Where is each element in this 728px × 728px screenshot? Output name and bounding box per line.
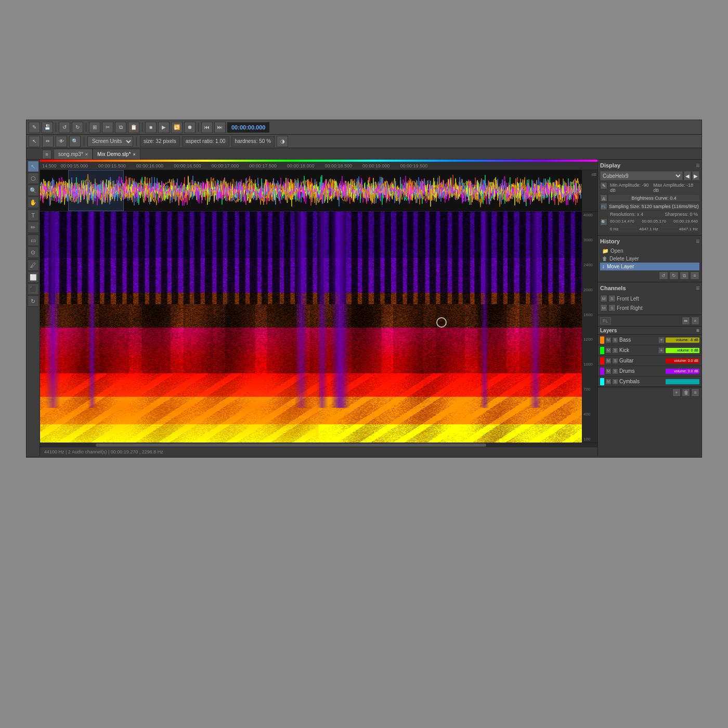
display-prev-btn[interactable]: ◀ — [684, 171, 691, 180]
paste-button[interactable]: 📋 — [128, 122, 139, 133]
layer-kick-add[interactable]: + — [658, 347, 665, 354]
display-menu-icon[interactable]: ≡ — [696, 162, 699, 169]
cut-button[interactable]: ✂ — [102, 122, 113, 133]
ch-left-s-btn[interactable]: S — [608, 295, 616, 302]
skip-end-button[interactable]: ⏭ — [214, 122, 226, 133]
freq-3000: 3000 — [583, 238, 596, 242]
layer-bass-add[interactable]: + — [658, 337, 665, 343]
layer-cymbals-s[interactable]: S — [612, 379, 618, 385]
tool-text[interactable]: T — [28, 210, 39, 221]
channels-section: Channels ≡ M S Front Left M S Front Righ… — [598, 282, 701, 315]
layer-kick[interactable]: M S Kick + volume: 0 dB — [598, 345, 701, 356]
layers-close-btn[interactable]: × — [691, 317, 699, 325]
layers-add-btn[interactable]: + — [672, 388, 681, 397]
tool-eraser[interactable]: ⬜ — [28, 271, 39, 283]
tool-pen[interactable]: 🖊 — [28, 259, 39, 271]
redo-button[interactable]: ↻ — [72, 122, 83, 133]
tool-lasso[interactable]: ⊙ — [28, 246, 39, 258]
tab-song-close[interactable]: × — [85, 152, 88, 157]
tool-draw[interactable]: ✏ — [42, 136, 54, 147]
layer-guitar[interactable]: M S Guitar volume: 0.0 dB — [598, 356, 701, 366]
channels-title: Channels — [600, 285, 626, 291]
units-select[interactable]: Screen Units — [87, 136, 133, 147]
tool1[interactable]: ⊞ — [89, 122, 100, 133]
play-button[interactable]: ▶ — [158, 122, 170, 133]
record-button[interactable]: ⏺ — [184, 122, 196, 133]
contrast-button[interactable]: ◑ — [277, 136, 288, 147]
display-icon2[interactable]: ◬ — [600, 194, 607, 202]
new-button[interactable]: ✎ — [29, 122, 40, 133]
layer-drums-ms: M S — [605, 368, 618, 374]
tool-draw2[interactable]: ✏ — [28, 222, 39, 233]
waveform-area[interactable]: dB — [40, 170, 597, 212]
layer-kick-s[interactable]: S — [612, 347, 618, 354]
layer-drums-m[interactable]: M — [605, 368, 612, 374]
stop-button[interactable]: ■ — [145, 122, 157, 133]
history-menu-icon[interactable]: ≡ — [696, 238, 699, 245]
layer-bass-s[interactable]: S — [612, 337, 618, 343]
tool-select2[interactable]: ▭ — [28, 235, 39, 246]
channels-menu-icon[interactable]: ≡ — [696, 284, 699, 292]
layer-drums-s[interactable]: S — [612, 368, 618, 374]
layer-kick-m[interactable]: M — [605, 347, 612, 354]
h-scrollbar-thumb[interactable] — [96, 444, 486, 447]
history-item-open[interactable]: 📁 Open — [600, 247, 699, 255]
layer-drums-name: Drums — [619, 368, 665, 374]
tab-mixdemo[interactable]: Mix Demo.slp* × — [93, 149, 140, 159]
main-area: ↖ ⬡ 🔍 ✋ T ✏ ▭ ⊙ 🖊 ⬜ ⬛ ↻ 14.500 00:00:15.… — [27, 160, 701, 456]
history-copy-btn[interactable]: ⧉ — [680, 271, 689, 280]
history-menu-btn[interactable]: ≡ — [690, 271, 699, 280]
layer-cymbals[interactable]: M S Cymbals — [598, 376, 701, 387]
ch-right-s-btn[interactable]: S — [608, 304, 616, 311]
layers-menu-icon[interactable]: ≡ — [696, 328, 699, 333]
tab-song[interactable]: song.mp3* × — [54, 149, 93, 159]
toolbar2: ↖ ✏ 👁 🔍 Screen Units size: 32 pixels asp… — [27, 135, 701, 148]
toolbar: ✎ 💾 ↺ ↻ ⊞ ✂ ⧉ 📋 ■ ▶ 🔁 ⏺ ⏮ ⏭ 00:00:00.000 — [27, 120, 701, 135]
sep5 — [84, 137, 84, 146]
tool-select[interactable]: ↖ — [29, 136, 40, 147]
display-icon3[interactable]: FL — [600, 203, 607, 210]
layers-fold-btn[interactable]: ⬌ — [682, 317, 690, 325]
layer-guitar-m[interactable]: M — [605, 358, 612, 364]
layer-bass-name: Bass — [619, 337, 657, 343]
copy-button[interactable]: ⧉ — [115, 122, 126, 133]
tool-zoom[interactable]: 🔍 — [69, 136, 81, 147]
tool-zoom2[interactable]: 🔍 — [28, 185, 39, 196]
display-preset-select[interactable]: CubeHelx9 — [600, 171, 683, 180]
layer-guitar-s[interactable]: S — [612, 358, 618, 364]
h-scrollbar[interactable] — [40, 443, 597, 447]
layer-cymbals-m[interactable]: M — [605, 379, 612, 385]
skip-start-button[interactable]: ⏮ — [201, 122, 213, 133]
save-button[interactable]: 💾 — [42, 122, 53, 133]
tool-cursor[interactable]: ↖ — [28, 161, 39, 172]
history-redo-btn[interactable]: ↻ — [669, 271, 679, 280]
layers-settings-btn[interactable]: ≡ — [691, 388, 699, 397]
freq-100: 100 — [583, 437, 596, 441]
tool-3d[interactable]: ⬡ — [28, 173, 39, 184]
undo-button[interactable]: ↺ — [59, 122, 70, 133]
tool-view[interactable]: 👁 — [56, 136, 67, 147]
tool-rotate[interactable]: ↻ — [28, 295, 39, 307]
layer-bass-m[interactable]: M — [605, 337, 612, 343]
history-undo-btn[interactable]: ↺ — [659, 271, 668, 280]
layer-bass[interactable]: M S Bass + volume: -6 dB — [598, 335, 701, 345]
spectrogram-area[interactable]: 4000 3000 2400 2000 1600 1200 1000 700 4… — [40, 212, 597, 443]
ch-right-m-btn[interactable]: M — [600, 304, 607, 311]
tool-hand[interactable]: ✋ — [28, 197, 39, 208]
ruler-t5: 00:00:17.000 — [212, 163, 239, 168]
history-item-delete[interactable]: 🗑 Delete Layer — [600, 255, 699, 263]
display-next-btn[interactable]: ▶ — [692, 171, 699, 180]
layers-delete-btn[interactable]: 🗑 — [682, 388, 690, 397]
layer-drums[interactable]: M S Drums volume: 0.0 dB — [598, 366, 701, 376]
tool-bucket[interactable]: ⬛ — [28, 283, 39, 295]
history-item-move[interactable]: ↕ Move Layer — [600, 263, 699, 270]
statusbar-text: 44100 Hz | 2 Audio channel(s) | 00:00:19… — [44, 449, 163, 454]
loop-button[interactable]: 🔁 — [171, 122, 183, 133]
tab-mixdemo-close[interactable]: × — [133, 152, 136, 157]
display-icon4[interactable]: 🔍 — [600, 218, 607, 226]
sidebar-toggle[interactable]: ≡ — [42, 150, 51, 159]
display-icon1[interactable]: ✎ — [600, 182, 607, 189]
layer-bass-color — [600, 336, 604, 344]
ch-left-m-btn[interactable]: M — [600, 295, 607, 302]
layer-bass-right: + volume: -6 dB — [658, 337, 699, 343]
